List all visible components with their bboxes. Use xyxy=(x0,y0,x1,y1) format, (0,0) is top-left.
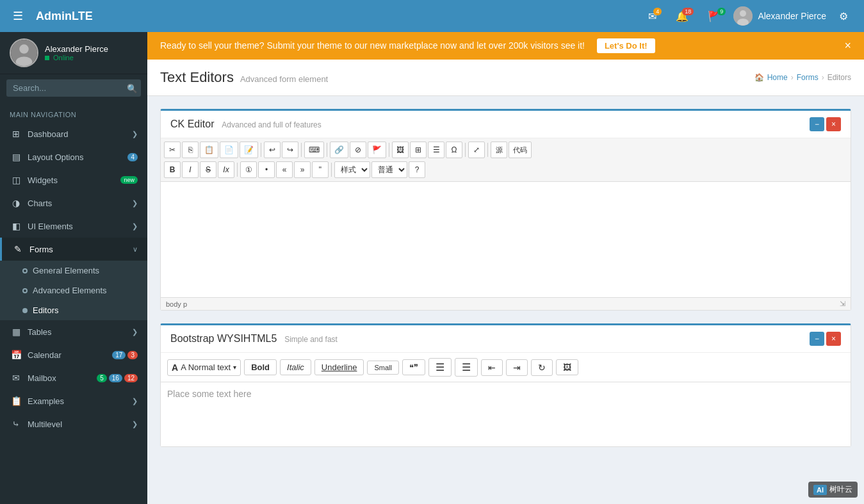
sidebar-item-advanced[interactable]: Advanced Elements xyxy=(0,280,147,300)
ck-blockquote-button[interactable]: " xyxy=(312,161,329,178)
ck-unlink-button[interactable]: ⊘ xyxy=(350,142,366,158)
ck-format-select[interactable]: 普通 xyxy=(371,161,407,178)
widgets-badge: new xyxy=(120,176,138,184)
ck-undo-button[interactable]: ↩ xyxy=(264,142,281,158)
page-title: Text Editors xyxy=(160,69,234,86)
wysihtml5-normal-text-button[interactable]: A A Normal text ▾ xyxy=(167,359,241,376)
watermark: AI 树叶云 xyxy=(808,482,858,498)
ck-paste-button[interactable]: 📋 xyxy=(200,142,218,158)
ck-table-button[interactable]: ⊞ xyxy=(410,142,427,158)
ck-source-button[interactable]: 源 xyxy=(491,142,507,158)
menu-toggle-button[interactable]: ☰ xyxy=(10,6,26,26)
sidebar-item-ui[interactable]: ◧ UI Elements ❯ xyxy=(0,215,147,238)
sidebar-item-forms[interactable]: ✎ Forms ∨ xyxy=(0,238,147,261)
sidebar-item-editors[interactable]: Editors xyxy=(0,300,147,320)
ck-special-char-button[interactable]: Ω xyxy=(446,142,462,158)
wysihtml5-underline-button[interactable]: Underline xyxy=(314,359,364,375)
sidebar-item-multilevel[interactable]: ⤷ Multilevel ❯ xyxy=(0,412,147,435)
ck-hline-button[interactable]: ☰ xyxy=(428,142,444,158)
wysihtml5-small-button[interactable]: Small xyxy=(367,361,399,375)
breadcrumb-home-link[interactable]: Home xyxy=(767,73,788,82)
top-navbar: ☰ AdminLTE ✉ 4 🔔 18 🚩 9 Alexander xyxy=(0,0,864,32)
sidebar-item-examples[interactable]: 📋 Examples ❯ xyxy=(0,389,147,412)
brand-logo[interactable]: AdminLTE xyxy=(36,10,93,23)
forms-icon: ✎ xyxy=(12,244,24,254)
wysihtml5-image-button[interactable]: 🖼 xyxy=(556,359,578,375)
wysihtml5-indent-button[interactable]: ⇤ xyxy=(481,359,503,376)
navbar-right: ✉ 4 🔔 18 🚩 9 Alexander Pierce ⚙ xyxy=(642,6,854,26)
ck-strike-button[interactable]: S xyxy=(200,161,216,178)
calendar-badges: 17 3 xyxy=(112,351,138,359)
ckeditor-close-button[interactable]: × xyxy=(826,117,841,131)
ck-find-button[interactable]: ⌨ xyxy=(304,142,324,158)
sidebar-item-calendar-left: 📅 Calendar xyxy=(10,350,61,360)
sidebar-user-avatar xyxy=(10,38,38,67)
wysihtml5-outdent-button[interactable]: ⇥ xyxy=(506,359,528,376)
ck-image-button[interactable]: 🖼 xyxy=(392,142,409,158)
sidebar-item-dashboard[interactable]: ⊞ Dashboard ❯ xyxy=(0,122,147,145)
ck-code-button[interactable]: 代码 xyxy=(509,142,532,158)
calendar-icon: 📅 xyxy=(10,350,22,360)
ck-help-button[interactable]: ? xyxy=(409,161,425,178)
flags-button[interactable]: 🚩 9 xyxy=(701,6,727,26)
ck-maximize-button[interactable]: ⤢ xyxy=(468,142,485,158)
ck-link-button[interactable]: 🔗 xyxy=(330,142,348,158)
breadcrumb-forms-link[interactable]: Forms xyxy=(797,73,819,82)
wysihtml5-quote-button[interactable]: ❝❞ xyxy=(402,359,425,375)
alert-close-button[interactable]: × xyxy=(844,39,851,53)
ck-bold-button[interactable]: B xyxy=(164,161,181,178)
notifications-button[interactable]: 🔔 18 xyxy=(669,6,695,26)
wysihtml5-body[interactable]: Place some text here xyxy=(161,382,851,446)
ck-redo-button[interactable]: ↪ xyxy=(282,142,298,158)
ui-icon: ◧ xyxy=(10,221,22,231)
sidebar-item-layout[interactable]: ▤ Layout Options 4 xyxy=(0,145,147,168)
sidebar-item-widgets[interactable]: ◫ Widgets new xyxy=(0,168,147,191)
sidebar-item-mailbox[interactable]: ✉ Mailbox 5 16 12 xyxy=(0,366,147,389)
settings-button[interactable]: ⚙ xyxy=(833,6,854,26)
wysihtml5-italic-button[interactable]: Italic xyxy=(280,359,311,375)
messages-button[interactable]: ✉ 4 xyxy=(642,6,663,26)
ck-paste-word-button[interactable]: 📝 xyxy=(240,142,258,158)
breadcrumb: 🏠 Home › Forms › Editors xyxy=(754,73,851,82)
ck-flag-button[interactable]: 🚩 xyxy=(368,142,386,158)
wysihtml5-minimize-button[interactable]: − xyxy=(810,332,824,346)
ck-styles-select[interactable]: 样式 xyxy=(334,161,370,178)
ck-copy-button[interactable]: ⎘ xyxy=(182,142,199,158)
sidebar-item-examples-label: Examples xyxy=(28,396,64,406)
sidebar-item-calendar[interactable]: 📅 Calendar 17 3 xyxy=(0,343,147,366)
sidebar-item-general[interactable]: General Elements xyxy=(0,261,147,280)
wysihtml5-box-subtitle: Simple and fast xyxy=(284,335,338,344)
ckeditor-body[interactable] xyxy=(161,182,851,297)
notifications-badge: 18 xyxy=(682,8,694,15)
ck-ol-button[interactable]: ① xyxy=(240,161,257,178)
content-header-left: Text Editors Advanced form element xyxy=(160,69,328,86)
wysihtml5-close-button[interactable]: × xyxy=(826,332,841,346)
ckeditor-statusbar: body p ⇲ xyxy=(161,297,851,310)
sidebar-item-layout-left: ▤ Layout Options xyxy=(10,152,83,162)
ck-sep5 xyxy=(465,143,466,157)
ck-ul-button[interactable]: • xyxy=(258,161,275,178)
alert-action-button[interactable]: Let's Do It! xyxy=(597,38,655,53)
wysihtml5-dropdown-arrow-icon: ▾ xyxy=(233,364,236,371)
wysihtml5-bold-button[interactable]: Bold xyxy=(244,359,277,375)
search-button[interactable]: 🔍 xyxy=(127,83,138,93)
ck-indent-right-button[interactable]: » xyxy=(294,161,311,178)
ck-indent-left-button[interactable]: « xyxy=(276,161,293,178)
wysihtml5-undo-button[interactable]: ↻ xyxy=(531,359,553,376)
ck-cut-button[interactable]: ✂ xyxy=(164,142,181,158)
wysihtml5-list2-button[interactable]: ☰ xyxy=(455,358,478,377)
tables-icon: ▦ xyxy=(10,327,22,337)
sidebar-item-widgets-label: Widgets xyxy=(28,175,58,185)
wysihtml5-list-button[interactable]: ☰ xyxy=(428,358,452,377)
sidebar-item-tables[interactable]: ▦ Tables ❯ xyxy=(0,320,147,343)
ck-italic-button[interactable]: I xyxy=(182,161,199,178)
sidebar-user-info: Alexander Pierce Online xyxy=(45,44,108,61)
ckeditor-minimize-button[interactable]: − xyxy=(810,117,824,131)
watermark-text: 树叶云 xyxy=(829,484,852,495)
user-nav-panel[interactable]: Alexander Pierce xyxy=(733,6,826,26)
sidebar-item-layout-label: Layout Options xyxy=(28,152,83,162)
ck-paste-text-button[interactable]: 📄 xyxy=(220,142,238,158)
search-input[interactable] xyxy=(6,79,141,97)
ck-removeformat-button[interactable]: Ix xyxy=(218,161,234,178)
sidebar-item-charts[interactable]: ◑ Charts ❯ xyxy=(0,191,147,215)
